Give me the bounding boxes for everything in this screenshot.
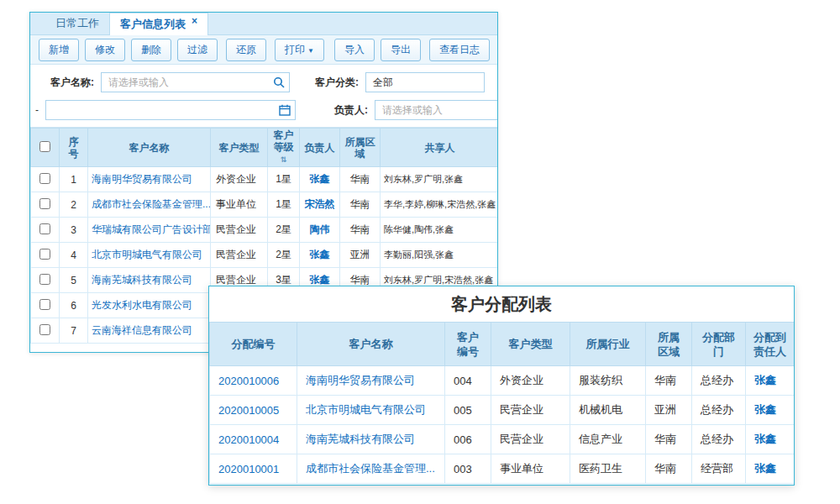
col-header-assignee[interactable]: 分配到责任人 [746, 323, 795, 366]
row-checkbox[interactable] [39, 198, 50, 209]
shared-persons: 李勤丽,阳强,张鑫 [381, 243, 499, 268]
print-button[interactable]: 打印▼ [275, 39, 324, 61]
owner-input[interactable] [375, 100, 498, 120]
industry: 医药卫生 [570, 454, 646, 484]
owner-label: 负责人: [334, 103, 368, 118]
department: 总经办 [692, 366, 746, 396]
customer-name-link[interactable]: 北京市明城电气有限公司 [297, 396, 445, 425]
assignee-link[interactable]: 张鑫 [746, 396, 795, 425]
allocation-code-link[interactable]: 2020010004 [210, 425, 297, 454]
owner-link[interactable]: 张鑫 [300, 167, 340, 192]
col-header-industry[interactable]: 所属行业 [570, 323, 646, 366]
col-header-department[interactable]: 分配部门 [692, 323, 746, 366]
edit-button[interactable]: 修改 [85, 39, 125, 61]
restore-button[interactable]: 还原 [226, 39, 266, 61]
export-button[interactable]: 导出 [381, 39, 421, 61]
row-checkbox[interactable] [39, 223, 50, 234]
row-checkbox[interactable] [39, 173, 50, 184]
col-header-customer-name[interactable]: 客户名称 [88, 129, 211, 167]
customer-name-link[interactable]: 成都市社会保险基金管理... [88, 192, 211, 218]
row-select-cell [31, 268, 60, 293]
allocation-table-body: 2020010006海南明华贸易有限公司004外资企业服装纺织华南总经办张鑫20… [210, 366, 795, 484]
row-no: 2 [60, 192, 88, 218]
allocation-list-title: 客户分配列表 [209, 286, 794, 322]
row-checkbox[interactable] [39, 249, 50, 260]
col-header-customer-no[interactable]: 客户编号 [445, 323, 491, 366]
department: 总经办 [692, 425, 746, 454]
customer-type: 民营企业 [211, 218, 268, 243]
customer-type: 外资企业 [211, 167, 268, 192]
close-icon[interactable]: × [192, 15, 197, 27]
allocation-code-link[interactable]: 2020010005 [210, 396, 297, 425]
customer-name-link[interactable]: 北京市明城电气有限公司 [88, 243, 211, 268]
customer-category-label: 客户分类: [315, 76, 359, 90]
customer-no: 003 [445, 454, 491, 484]
tab-daily-work[interactable]: 日常工作 [45, 13, 109, 34]
date-input[interactable] [45, 100, 296, 120]
tab-customer-info-list[interactable]: 客户信息列表 × [109, 13, 208, 35]
col-header-region[interactable]: 所属区域 [340, 129, 381, 167]
customer-name-link[interactable]: 云南海祥信息有限公司 [88, 318, 211, 344]
col-header-no[interactable]: 序号 [60, 129, 88, 167]
row-select-cell [31, 293, 60, 318]
col-header-select [31, 129, 60, 167]
col-header-owner[interactable]: 负责人 [300, 129, 340, 167]
industry: 机械机电 [570, 396, 646, 425]
col-header-region[interactable]: 所属区域 [646, 323, 692, 366]
industry: 服装纺织 [570, 366, 646, 396]
customer-name-label: 客户名称: [50, 76, 94, 90]
row-no: 7 [60, 318, 88, 344]
allocation-table-header-row: 分配编号 客户名称 客户编号 客户类型 所属行业 所属区域 分配部门 分配到责任… [210, 323, 795, 366]
col-header-customer-type[interactable]: 客户类型 [491, 323, 570, 366]
import-button[interactable]: 导入 [334, 39, 375, 61]
allocation-list-window: 客户分配列表 分配编号 客户名称 客户编号 客户类型 所属行业 所属区域 分配部… [208, 286, 795, 486]
customer-name-link[interactable]: 海南明华贸易有限公司 [88, 167, 211, 192]
shared-persons: 刘东林,罗广明,张鑫 [381, 167, 499, 192]
col-header-allocation-code[interactable]: 分配编号 [210, 323, 297, 366]
assignee-link[interactable]: 张鑫 [746, 425, 795, 454]
customer-name-link[interactable]: 光发水利水电有限公司 [88, 293, 211, 318]
owner-link[interactable]: 陶伟 [300, 218, 340, 243]
allocation-code-link[interactable]: 2020010001 [210, 454, 297, 484]
row-no: 1 [60, 167, 88, 192]
row-select-cell [31, 218, 60, 243]
delete-button[interactable]: 删除 [131, 39, 171, 61]
allocation-table: 分配编号 客户名称 客户编号 客户类型 所属行业 所属区域 分配部门 分配到责任… [209, 322, 795, 484]
owner-link[interactable]: 张鑫 [300, 243, 340, 268]
sort-icon[interactable]: ⇅ [281, 154, 287, 165]
level-header-label: 客户等级 [274, 129, 294, 153]
shared-persons: 李华,李婷,柳琳,宋浩然,张鑫 [381, 192, 499, 218]
department: 经营部 [692, 454, 746, 484]
customer-name-link[interactable]: 海南芜城科技有限公司 [297, 425, 445, 454]
filter-button[interactable]: 过滤 [177, 39, 218, 61]
col-header-customer-name[interactable]: 客户名称 [297, 323, 445, 366]
customer-category-select[interactable]: 全部 [365, 72, 485, 92]
allocation-row: 2020010005北京市明城电气有限公司005民营企业机械机电亚洲总经办张鑫 [210, 396, 795, 425]
col-header-shared[interactable]: 共享人 [381, 129, 499, 167]
calendar-icon[interactable] [279, 104, 291, 116]
owner-link[interactable]: 宋浩然 [300, 192, 340, 218]
select-all-checkbox[interactable] [39, 141, 50, 152]
col-header-customer-type[interactable]: 客户类型 [211, 129, 268, 167]
row-no: 6 [60, 293, 88, 318]
row-checkbox[interactable] [39, 324, 50, 335]
allocation-code-link[interactable]: 2020010006 [210, 366, 297, 396]
customer-name-link[interactable]: 海南明华贸易有限公司 [297, 366, 445, 396]
add-button[interactable]: 新增 [39, 39, 79, 61]
row-checkbox[interactable] [39, 274, 50, 285]
assignee-link[interactable]: 张鑫 [746, 454, 795, 484]
row-select-cell [31, 243, 60, 268]
region: 华南 [340, 167, 381, 192]
view-log-button[interactable]: 查看日志 [429, 39, 490, 61]
row-checkbox[interactable] [39, 299, 50, 310]
customer-type: 民营企业 [491, 396, 570, 425]
customer-type: 外资企业 [491, 366, 570, 396]
customer-name-link[interactable]: 华瑞城有限公司广告设计部 [88, 218, 211, 243]
col-header-customer-level[interactable]: 客户等级⇅ [268, 129, 300, 167]
customer-name-input[interactable] [101, 72, 290, 92]
search-icon[interactable] [273, 76, 285, 88]
assignee-link[interactable]: 张鑫 [746, 366, 795, 396]
customer-name-link[interactable]: 海南芜城科技有限公司 [88, 268, 211, 293]
customer-name-link[interactable]: 成都市社会保险基金管理... [297, 454, 445, 484]
customer-level: 1星 [268, 167, 300, 192]
